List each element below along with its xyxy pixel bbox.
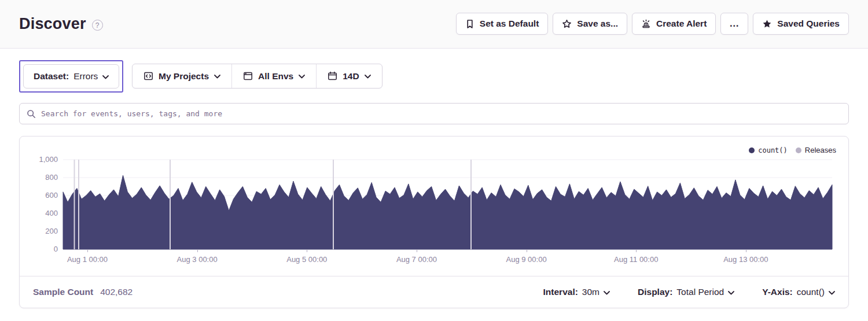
dataset-dropdown[interactable]: Dataset: Errors <box>23 64 119 88</box>
y-axis-label: 1,000 <box>20 155 58 164</box>
star-outline-icon <box>562 19 572 29</box>
count-series-area <box>63 175 832 249</box>
y-axis-label: 800 <box>20 173 58 182</box>
x-axis-tick <box>417 249 417 252</box>
legend-item-count[interactable]: count() <box>749 146 788 154</box>
page-filter-bar: My Projects All Envs 14D <box>132 64 382 88</box>
yaxis-label: Y-Axis: <box>762 287 793 297</box>
ellipsis-icon: … <box>729 18 740 29</box>
dataset-label: Dataset: <box>34 71 69 82</box>
y-axis-label: 200 <box>20 227 58 235</box>
save-as-label: Save as... <box>577 19 618 29</box>
display-value: Total Period <box>676 287 724 297</box>
search-icon <box>27 109 36 119</box>
header-actions: Set as Default Save as... Create Alert … <box>456 13 849 35</box>
saved-queries-button[interactable]: Saved Queries <box>753 13 849 35</box>
chevron-down-icon <box>365 75 371 79</box>
projects-icon <box>144 71 153 81</box>
x-axis-label: Aug 5 00:00 <box>286 255 327 264</box>
sample-count: Sample Count 402,682 <box>33 287 133 297</box>
page-header: Discover ? Set as Default Save as... <box>0 0 868 49</box>
more-options-button[interactable]: … <box>720 13 748 35</box>
projects-label: My Projects <box>159 71 209 82</box>
area-chart-canvas <box>63 160 832 249</box>
chevron-down-icon <box>604 291 610 295</box>
x-axis-tick <box>197 249 198 252</box>
page-title: Discover ? <box>19 15 103 33</box>
page-title-text: Discover <box>19 15 86 33</box>
saved-queries-label: Saved Queries <box>777 19 840 29</box>
dataset-highlight-outline: Dataset: Errors <box>19 60 123 93</box>
search-input[interactable] <box>41 109 841 118</box>
create-alert-button[interactable]: Create Alert <box>632 13 716 35</box>
sample-count-label: Sample Count <box>33 287 93 297</box>
x-axis-tick <box>746 249 746 252</box>
interval-value: 30m <box>582 287 599 297</box>
environment-label: All Envs <box>258 71 293 82</box>
x-axis-tick <box>636 249 637 252</box>
help-icon[interactable]: ? <box>92 20 103 31</box>
display-dropdown[interactable]: Display: Total Period <box>638 287 734 297</box>
x-axis-label: Aug 1 00:00 <box>67 255 108 264</box>
window-icon <box>243 71 253 81</box>
chevron-down-icon <box>728 291 734 295</box>
chart-controls: Interval: 30m Display: Total Period Y-Ax… <box>543 287 835 297</box>
star-filled-icon <box>762 19 772 29</box>
legend-dot-count <box>749 147 755 153</box>
date-range-dropdown[interactable]: 14D <box>317 64 381 88</box>
dataset-value: Errors <box>73 71 98 82</box>
calendar-icon <box>328 71 337 81</box>
legend-item-releases[interactable]: Releases <box>796 146 836 154</box>
x-axis-label: Aug 7 00:00 <box>396 255 437 264</box>
legend-label-count: count() <box>758 146 788 154</box>
x-axis-label: Aug 11 00:00 <box>614 255 658 264</box>
interval-dropdown[interactable]: Interval: 30m <box>543 287 610 297</box>
yaxis-value: count() <box>797 287 825 297</box>
set-as-default-label: Set as Default <box>480 19 539 29</box>
y-axis-label: 600 <box>20 191 58 200</box>
set-as-default-button[interactable]: Set as Default <box>456 13 549 35</box>
yaxis-dropdown[interactable]: Y-Axis: count() <box>762 287 835 297</box>
events-chart-panel: count() Releases 02004006008001,000Aug 1… <box>19 136 849 308</box>
x-axis-label: Aug 13 00:00 <box>723 255 768 264</box>
area-chart[interactable]: count() Releases 02004006008001,000Aug 1… <box>20 136 848 277</box>
x-axis-label: Aug 9 00:00 <box>506 255 547 264</box>
x-axis-tick <box>87 249 88 252</box>
x-axis-tick <box>527 249 527 252</box>
y-axis-label: 0 <box>20 245 58 253</box>
chart-footer: Sample Count 402,682 Interval: 30m Displ… <box>20 276 848 308</box>
search-bar <box>19 103 849 124</box>
legend-dot-releases <box>796 147 801 153</box>
chart-legend: count() Releases <box>749 146 836 154</box>
chevron-down-icon <box>829 291 835 295</box>
y-axis-label: 400 <box>20 209 58 217</box>
siren-icon <box>641 19 651 29</box>
legend-label-releases: Releases <box>805 146 836 154</box>
interval-label: Interval: <box>543 287 578 297</box>
save-as-button[interactable]: Save as... <box>553 13 627 35</box>
date-range-label: 14D <box>343 71 359 82</box>
projects-dropdown[interactable]: My Projects <box>133 64 231 88</box>
create-alert-label: Create Alert <box>656 19 707 29</box>
chevron-down-icon <box>102 75 109 79</box>
bookmark-icon <box>465 19 475 29</box>
chevron-down-icon <box>214 75 220 79</box>
x-axis-tick <box>307 249 307 252</box>
x-axis-label: Aug 3 00:00 <box>177 255 218 264</box>
display-label: Display: <box>638 287 672 297</box>
sample-count-value: 402,682 <box>100 287 133 297</box>
environment-dropdown[interactable]: All Envs <box>232 64 316 88</box>
chevron-down-icon <box>299 75 305 79</box>
